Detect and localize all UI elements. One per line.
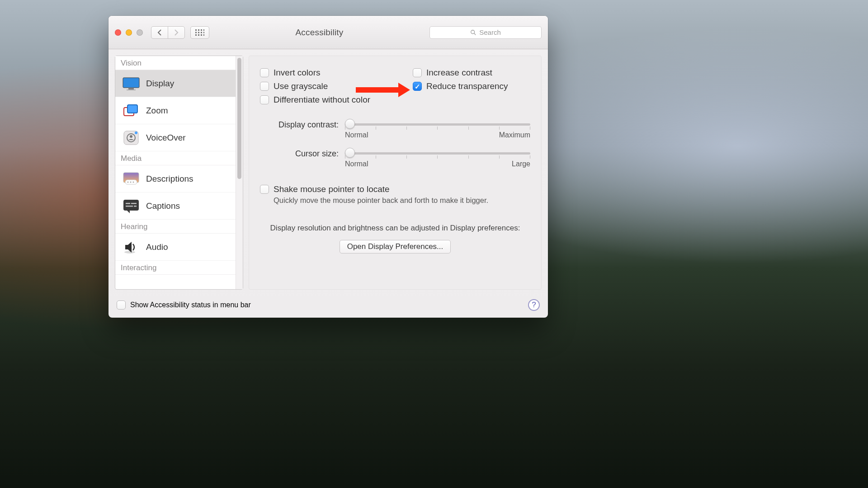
sidebar-section-vision: Vision (115, 56, 236, 70)
slider-min-label: Normal (345, 131, 368, 139)
svg-rect-14 (123, 78, 139, 88)
svg-rect-9 (198, 34, 199, 36)
svg-point-27 (133, 181, 134, 183)
display-contrast-slider[interactable] (345, 119, 530, 129)
desktop-background: Accessibility Search Vision Display (0, 0, 868, 488)
checkbox-icon (260, 68, 269, 77)
checkbox-label: Use grayscale (274, 81, 328, 91)
captions-icon (122, 199, 141, 213)
shake-pointer-hint: Quickly move the mouse pointer back and … (274, 196, 530, 205)
chevron-left-icon (157, 29, 162, 36)
grid-icon (195, 29, 204, 36)
sidebar-item-label: Display (146, 79, 174, 89)
checkbox-label: Differentiate without color (274, 95, 370, 105)
display-prefs-note: Display resolution and brightness can be… (260, 224, 530, 233)
svg-rect-15 (128, 88, 134, 89)
svg-rect-0 (195, 29, 197, 31)
slider-min-label: Normal (345, 160, 368, 168)
forward-button[interactable] (168, 26, 185, 39)
scrollbar-thumb[interactable] (237, 58, 241, 179)
sidebar-item-voiceover[interactable]: VoiceOver (115, 124, 236, 151)
back-button[interactable] (151, 26, 168, 39)
shake-pointer-checkbox[interactable]: Shake mouse pointer to locate (260, 184, 530, 194)
accessibility-window: Accessibility Search Vision Display (108, 16, 548, 318)
category-sidebar: Vision Display Zoom (115, 56, 243, 290)
help-button[interactable]: ? (528, 299, 540, 311)
close-window-button[interactable] (115, 29, 121, 36)
display-contrast-label: Display contrast: (260, 119, 339, 130)
search-icon (470, 29, 476, 36)
checkbox-icon (117, 300, 126, 310)
svg-rect-29 (126, 203, 130, 204)
checkbox-icon (413, 82, 422, 91)
svg-rect-3 (203, 29, 204, 31)
show-all-button[interactable] (190, 26, 209, 39)
window-body: Vision Display Zoom (108, 49, 548, 296)
invert-colors-checkbox[interactable]: Invert colors (260, 68, 320, 78)
increase-contrast-checkbox[interactable]: Increase contrast (413, 68, 492, 78)
minimize-window-button[interactable] (126, 29, 132, 36)
search-placeholder: Search (479, 28, 501, 36)
cursor-size-label: Cursor size: (260, 148, 339, 159)
sidebar-item-audio[interactable]: Audio (115, 234, 236, 261)
sidebar-scrollbar[interactable] (236, 56, 243, 289)
cursor-size-row: Cursor size: Normal Large (260, 148, 530, 168)
chevron-right-icon (174, 29, 179, 36)
shake-pointer-block: Shake mouse pointer to locate Quickly mo… (260, 184, 530, 205)
voiceover-icon (122, 131, 141, 145)
svg-rect-8 (195, 34, 197, 36)
descriptions-icon (122, 172, 141, 186)
checkbox-icon (413, 68, 422, 77)
sidebar-section-hearing: Hearing (115, 220, 236, 234)
sidebar-item-label: VoiceOver (146, 133, 186, 143)
svg-rect-10 (201, 34, 202, 36)
checkbox-label: Show Accessibility status in menu bar (130, 301, 251, 309)
audio-icon (122, 240, 141, 254)
sidebar-item-label: Zoom (146, 106, 168, 116)
sidebar-item-label: Captions (146, 201, 180, 211)
zoom-window-button[interactable] (137, 29, 143, 36)
svg-rect-16 (127, 89, 136, 90)
svg-rect-4 (195, 32, 197, 33)
checkbox-grid: Invert colors Use grayscale Differentiat… (260, 68, 530, 105)
differentiate-without-color-checkbox[interactable]: Differentiate without color (260, 95, 370, 105)
svg-rect-18 (127, 105, 137, 113)
show-status-menubar-checkbox[interactable]: Show Accessibility status in menu bar (117, 300, 251, 310)
sidebar-section-media: Media (115, 151, 236, 165)
checkbox-label: Invert colors (274, 68, 320, 78)
checkbox-label: Increase contrast (426, 68, 492, 78)
svg-rect-28 (123, 200, 139, 211)
svg-rect-6 (201, 32, 202, 33)
display-icon (122, 76, 141, 91)
window-title: Accessibility (209, 28, 429, 38)
checkbox-icon (260, 82, 269, 91)
svg-rect-30 (131, 203, 137, 204)
svg-point-25 (127, 181, 129, 183)
use-grayscale-checkbox[interactable]: Use grayscale (260, 81, 328, 91)
svg-line-13 (474, 33, 476, 35)
nav-buttons (151, 26, 185, 39)
open-display-preferences-button[interactable]: Open Display Preferences... (340, 240, 451, 253)
svg-rect-11 (203, 34, 204, 36)
sidebar-item-descriptions[interactable]: Descriptions (115, 165, 236, 192)
sidebar-item-display[interactable]: Display (115, 70, 236, 97)
sidebar-item-captions[interactable]: Captions (115, 192, 236, 220)
slider-max-label: Large (512, 160, 530, 168)
svg-rect-2 (201, 29, 202, 31)
display-settings-pane: Invert colors Use grayscale Differentiat… (249, 56, 542, 290)
cursor-size-slider[interactable] (345, 148, 530, 158)
svg-point-22 (135, 131, 137, 134)
reduce-transparency-checkbox[interactable]: Reduce transparency (413, 81, 508, 91)
search-field[interactable]: Search (429, 26, 542, 39)
svg-rect-5 (198, 32, 199, 33)
help-icon: ? (532, 300, 536, 310)
sidebar-item-zoom[interactable]: Zoom (115, 97, 236, 124)
checkbox-label: Reduce transparency (426, 81, 508, 91)
svg-rect-1 (198, 29, 199, 31)
sidebar-item-label: Audio (146, 242, 168, 252)
sidebar-item-label: Descriptions (146, 174, 193, 184)
display-contrast-row: Display contrast: Normal Maximum (260, 119, 530, 139)
svg-rect-7 (203, 32, 204, 33)
svg-point-26 (130, 181, 132, 183)
slider-max-label: Maximum (499, 131, 530, 139)
